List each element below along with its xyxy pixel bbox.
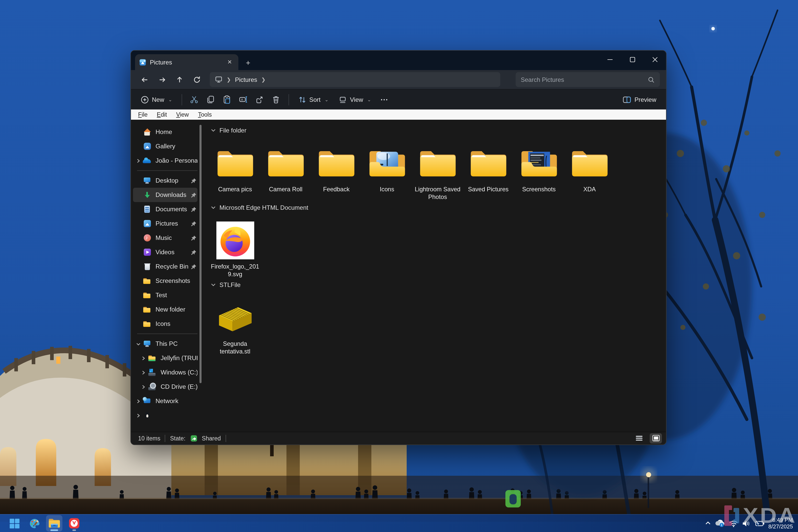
chevron-column[interactable] xyxy=(141,356,148,360)
rename-button[interactable]: A xyxy=(235,92,251,107)
sidebar-item[interactable]: Icons xyxy=(133,317,197,331)
delete-button[interactable] xyxy=(268,92,284,107)
sidebar-item[interactable]: Jellyfin (TRUEN xyxy=(133,351,197,365)
thumbnail-view-toggle[interactable] xyxy=(650,433,662,443)
file-item[interactable]: Camera pics xyxy=(210,136,260,201)
chevron-column[interactable] xyxy=(136,413,143,418)
sidebar-item[interactable]: Desktop xyxy=(133,173,197,188)
sidebar-item[interactable]: New folder xyxy=(133,302,197,317)
minimize-button[interactable] xyxy=(598,51,621,68)
chevron-right-icon[interactable] xyxy=(136,413,141,418)
chevron-down-icon[interactable] xyxy=(211,128,216,133)
sidebar-item[interactable]: Videos xyxy=(133,245,197,259)
menu-item[interactable]: Tools xyxy=(194,111,216,118)
file-item[interactable]: Camera Roll xyxy=(260,136,311,201)
chevron-column[interactable] xyxy=(136,341,143,346)
preview-button[interactable]: Preview xyxy=(618,93,661,106)
sidebar-item[interactable]: Test xyxy=(133,288,197,302)
file-item[interactable]: Firefox_logo,_2019.svg xyxy=(210,213,260,278)
file-explorer-taskbar-button[interactable] xyxy=(46,515,62,531)
sidebar-item-icon xyxy=(148,382,156,391)
search-icon[interactable] xyxy=(648,76,655,83)
refresh-button[interactable] xyxy=(189,72,205,87)
forward-button[interactable] xyxy=(154,72,170,87)
sidebar-item[interactable]: Gallery xyxy=(133,139,197,153)
chevron-column[interactable] xyxy=(136,158,143,163)
group-header[interactable]: STLFile xyxy=(211,281,666,288)
file-icon[interactable] xyxy=(468,143,508,183)
search-box[interactable]: Search Pictures xyxy=(516,72,660,87)
paint-app-button[interactable] xyxy=(26,515,42,531)
paste-button[interactable] xyxy=(219,92,234,107)
tray-overflow-chevron[interactable] xyxy=(704,520,711,527)
onedrive-tray-icon[interactable]: i xyxy=(715,519,725,527)
file-icon[interactable] xyxy=(266,143,306,183)
group-header[interactable]: Microsoft Edge HTML Document xyxy=(211,204,666,211)
new-button[interactable]: New ⌄ xyxy=(136,93,177,106)
file-icon[interactable] xyxy=(418,143,458,183)
sidebar-item[interactable]: Home xyxy=(133,125,197,139)
address-bar[interactable]: ❯ Pictures ❯ xyxy=(210,72,500,87)
chevron-down-icon[interactable] xyxy=(211,205,216,210)
chevron-right-icon[interactable] xyxy=(141,356,146,360)
chevron-column[interactable] xyxy=(141,370,148,375)
menu-item[interactable]: Edit xyxy=(153,111,171,118)
sidebar-item[interactable]: Recycle Bin xyxy=(133,259,197,274)
tab-close-icon[interactable]: ✕ xyxy=(225,58,234,67)
view-button[interactable]: View ⌄ xyxy=(334,93,376,106)
menu-item[interactable]: File xyxy=(134,111,152,118)
file-item[interactable]: Screenshots xyxy=(514,136,564,201)
start-button[interactable] xyxy=(6,515,22,531)
sort-button[interactable]: Sort ⌄ xyxy=(293,93,333,106)
see-more-button[interactable] xyxy=(377,92,392,107)
close-button[interactable] xyxy=(644,51,666,68)
sidebar-item[interactable]: Documents xyxy=(133,202,197,216)
chevron-right-icon[interactable] xyxy=(136,399,141,403)
file-icon[interactable] xyxy=(317,143,356,183)
sidebar-item[interactable]: Music xyxy=(133,231,197,245)
file-icon[interactable] xyxy=(215,143,255,183)
share-button[interactable] xyxy=(252,92,267,107)
file-item[interactable]: Saved Pictures xyxy=(463,136,514,201)
chevron-right-icon[interactable] xyxy=(141,384,146,389)
chevron-down-icon[interactable] xyxy=(211,282,216,287)
chevron-right-icon[interactable] xyxy=(136,158,141,163)
sidebar-item[interactable]: Pictures xyxy=(133,216,197,231)
sidebar-item[interactable]: João - Personal xyxy=(133,153,197,168)
file-item[interactable]: Segunda tentativa.stl xyxy=(210,290,260,356)
file-item[interactable]: Feedback xyxy=(311,136,362,201)
up-button[interactable] xyxy=(172,72,187,87)
tab-pictures[interactable]: Pictures ✕ xyxy=(135,54,239,70)
breadcrumb-pictures[interactable]: Pictures xyxy=(235,76,257,83)
sidebar-item[interactable]: This PC xyxy=(133,337,197,351)
sidebar-item[interactable]: Downloads xyxy=(133,188,197,202)
file-icon[interactable] xyxy=(367,143,407,183)
maximize-button[interactable] xyxy=(621,51,644,68)
file-item[interactable]: Lightroom Saved Photos xyxy=(412,136,463,201)
chevron-column[interactable] xyxy=(141,384,148,389)
sidebar-item[interactable]: CD Drive (E:) P xyxy=(133,380,197,394)
file-icon[interactable] xyxy=(215,221,255,260)
chevron-column[interactable] xyxy=(136,399,143,403)
chevron-down-icon[interactable] xyxy=(136,341,141,346)
file-icon[interactable] xyxy=(215,298,255,338)
group-header[interactable]: File folder xyxy=(211,127,666,134)
back-button[interactable] xyxy=(137,72,152,87)
file-icon[interactable] xyxy=(519,143,559,183)
sidebar-item[interactable] xyxy=(133,408,197,422)
file-explorer-icon xyxy=(48,518,60,529)
vivaldi-browser-button[interactable] xyxy=(66,515,82,531)
sidebar-item[interactable]: Network xyxy=(133,394,197,408)
sidebar-item[interactable]: Screenshots xyxy=(133,274,197,288)
menu-item[interactable]: View xyxy=(172,111,193,118)
new-tab-button[interactable]: + xyxy=(242,56,255,69)
sidebar-scrollbar[interactable] xyxy=(200,125,202,383)
file-item[interactable]: XDA xyxy=(564,136,615,201)
details-view-toggle[interactable] xyxy=(633,433,645,443)
chevron-right-icon[interactable] xyxy=(141,370,146,375)
file-icon[interactable] xyxy=(570,143,609,183)
cut-button[interactable] xyxy=(187,92,202,107)
copy-button[interactable] xyxy=(203,92,218,107)
file-item[interactable]: Icons xyxy=(362,136,412,201)
sidebar-item[interactable]: Windows (C:) xyxy=(133,365,197,380)
